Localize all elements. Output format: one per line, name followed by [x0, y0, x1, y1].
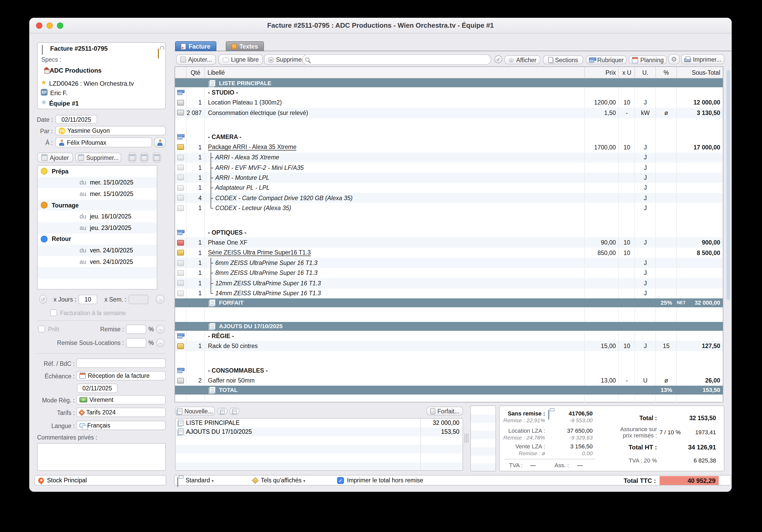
subsection-row[interactable]: - CONSOMMABLES - [175, 365, 723, 375]
location-value: 37 650,00 [567, 427, 593, 434]
subsection-row[interactable]: - STUDIO - [175, 87, 723, 98]
choose-contact-button[interactable] [154, 137, 166, 147]
calculator-icon [430, 408, 435, 414]
item-row[interactable]: 2 087Consommation électrique (sur relevé… [175, 108, 723, 118]
xsem-input[interactable] [128, 295, 148, 304]
undo-days-button[interactable]: ↺ [39, 295, 47, 304]
rubriquer-button[interactable]: Rubriquer [586, 55, 627, 64]
xjours-input[interactable]: 10 [78, 295, 97, 304]
table-scrollbar[interactable] [726, 70, 730, 300]
pret-checkbox[interactable] [38, 326, 45, 332]
settings-button[interactable]: ⚙ [668, 54, 679, 64]
delete-line-button[interactable]: Supprimer [264, 54, 308, 65]
item-row[interactable]: 2Gaffer noir 50mm13,00-Uø26,00 [175, 375, 723, 386]
item-row[interactable]: 1Rack de 50 cintres15,0010J15127,50 [175, 341, 723, 351]
echeance-input[interactable]: Réception de la facture [76, 371, 166, 380]
package-subitem-row[interactable]: 4CODEX - Carte Compact Drive 1920 GB (Al… [175, 193, 723, 203]
phase-dot [41, 168, 47, 175]
section-summary-row[interactable]: AJOUTS DU 17/10/2025153,50 [176, 427, 463, 436]
phase-date-row[interactable]: aumer. 15/10/2025 [38, 188, 157, 199]
remise-sl-input[interactable] [126, 338, 146, 347]
zoom-button[interactable] [57, 23, 63, 29]
tva-label: TVA : 20 % [629, 457, 657, 464]
section-summary-empty-row [176, 436, 463, 445]
phase-date-row[interactable]: auven. 24/10/2025 [38, 256, 157, 267]
section-edit-button[interactable] [217, 408, 227, 415]
sections-list[interactable]: LISTE PRINCIPALE32 000,00AJOUTS DU 17/10… [175, 418, 463, 471]
package-subitem-row[interactable]: 1CODEX - Lecteur (Alexa 35)J [175, 203, 723, 213]
phase-date-row[interactable]: dumer. 15/10/2025 [38, 177, 157, 188]
stock-selector[interactable]: Stock Principal [35, 475, 166, 486]
afficher-button[interactable]: Afficher [504, 55, 540, 64]
divider [37, 353, 166, 354]
add-phase-button[interactable]: Ajouter [37, 153, 73, 163]
package-subitem-row[interactable]: 1Adaptateur PL - LPLJ [175, 183, 723, 193]
empty-row [175, 213, 723, 227]
package-subitem-row[interactable]: 18mm ZEISS UltraPrime Super 16 T1.3J [175, 268, 723, 278]
specs-label: Specs : [41, 56, 61, 63]
tarifs-input[interactable]: Tarifs 2024 [76, 408, 166, 417]
item-row[interactable]: 1Package ARRI - Alexa 35 Xtreme1700,0010… [175, 142, 723, 152]
print-total-checkbox[interactable]: ✓ [337, 477, 344, 484]
subsection-row[interactable]: - OPTIQUES - [175, 227, 723, 238]
package-subitem-row[interactable]: 112mm ZEISS UltraPrime Super 16 T1.3J [175, 278, 723, 288]
planning-button[interactable]: Planning [629, 55, 667, 64]
package-subitem-row[interactable]: 1ARRI - Alexa 35 XtremeJ [175, 152, 723, 163]
sections-button[interactable]: Sections [543, 55, 583, 64]
splitter-handle[interactable] [465, 434, 468, 443]
phase-tool-button-1[interactable] [128, 153, 136, 163]
package-subitem-row[interactable]: 16mm ZEISS UltraPrime Super 16 T1.3J [175, 258, 723, 268]
echeance-date-input[interactable]: 02/11/2025 [77, 384, 117, 393]
tab-textes[interactable]: Textes [226, 41, 264, 51]
section-bar-liste-principale[interactable]: LISTE PRINCIPALE [175, 78, 723, 87]
section-bar-total[interactable]: TOTAL13%153,50 [175, 386, 723, 395]
phase-tool-button-2[interactable] [140, 153, 148, 163]
phase-date-row[interactable]: duven. 24/10/2025 [38, 245, 157, 256]
section-bar-forfait[interactable]: FORFAIT25%NET32 000,00 [175, 298, 723, 307]
item-row[interactable]: 1Phase One XF90,0010J900,00 [175, 238, 723, 248]
search-input[interactable] [302, 54, 491, 65]
phases-list[interactable]: Prépadumer. 15/10/2025aumer. 15/10/2025T… [37, 165, 157, 289]
date-input[interactable]: 02/11/2025 [55, 115, 97, 124]
par-input[interactable]: YG Yasmine Guyon [55, 126, 166, 135]
apply-remise-button[interactable]: → [156, 325, 165, 334]
package-subitem-row[interactable]: 114mm ZEISS UltraPrime Super 16 T1.3J [175, 288, 723, 298]
commentaires-textarea[interactable] [37, 443, 166, 471]
phase-row[interactable]: Prépa [38, 166, 157, 177]
print-button[interactable]: Imprimer... [681, 54, 724, 64]
apply-days-button[interactable]: → [156, 295, 165, 304]
mode-reglement-input[interactable]: Virement [76, 395, 166, 405]
subsection-row[interactable]: - RÉGIE - [175, 331, 723, 341]
package-subitem-row[interactable]: 1ARRI - Monture LPLJ [175, 173, 723, 183]
print-mode-dropdown[interactable]: Tels qu'affichés ▾ [261, 477, 305, 484]
forfait-button[interactable]: Forfait... [426, 407, 463, 416]
print-model-dropdown[interactable]: Standard ▾ [186, 477, 214, 484]
recipient-input[interactable]: Félix Pifoumax [55, 137, 152, 147]
free-line-button[interactable]: Ligne libre [218, 54, 263, 65]
section-doc-icon [209, 300, 215, 306]
validate-button[interactable]: ✓ [495, 55, 502, 63]
close-button[interactable] [36, 23, 42, 29]
item-row[interactable]: 1Location Plateau 1 (300m2)1200,0010J12 … [175, 98, 723, 108]
section-bar-ajouts-du-17-10-2025[interactable]: AJOUTS DU 17/10/2025 [175, 322, 723, 331]
facturation-semaine-checkbox[interactable] [50, 309, 57, 316]
apply-remise-sl-button[interactable]: → [156, 339, 165, 347]
tab-facture[interactable]: Facture [175, 41, 216, 51]
ref-input[interactable] [76, 358, 166, 368]
add-line-button[interactable]: Ajouter... [176, 54, 216, 65]
new-section-button[interactable]: Nouvelle... [175, 407, 215, 416]
item-row[interactable]: 1Série ZEISS Ultra Prime Super16 T1.3850… [175, 248, 723, 258]
delete-phase-button[interactable]: Supprimer... [75, 153, 121, 163]
phase-date-row[interactable]: dujeu. 16/10/2025 [38, 211, 157, 222]
phase-row[interactable]: Tournage [38, 200, 157, 211]
phase-row[interactable]: Retour [38, 233, 157, 245]
section-summary-row[interactable]: LISTE PRINCIPALE32 000,00 [176, 418, 463, 427]
langue-input[interactable]: Français [76, 421, 166, 430]
subsection-row[interactable]: - CAMERA - [175, 132, 723, 142]
minimize-button[interactable] [46, 23, 53, 29]
section-add-button[interactable] [229, 408, 239, 415]
phase-date-row[interactable]: aujeu. 23/10/2025 [38, 222, 157, 233]
remise-input[interactable] [126, 325, 146, 334]
package-subitem-row[interactable]: 1ARRI - EVF MVF-2 - Mini LF/A35J [175, 163, 723, 173]
phase-tool-button-3[interactable] [153, 153, 161, 163]
